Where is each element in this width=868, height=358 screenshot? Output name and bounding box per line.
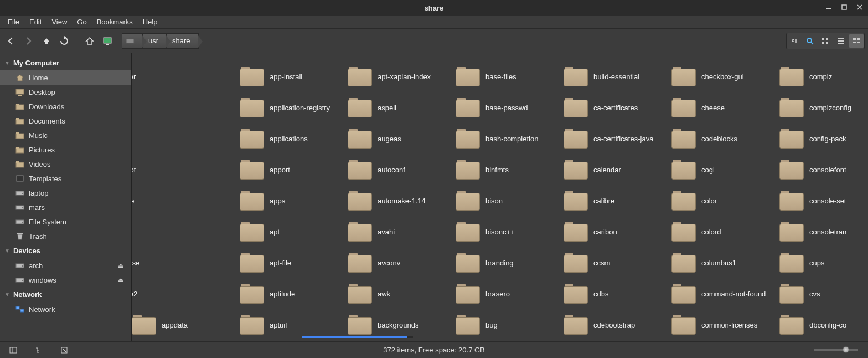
- folder-item[interactable]: binfmts: [456, 154, 564, 185]
- folder-item[interactable]: -base: [132, 247, 200, 278]
- folder-item[interactable]: caribou: [564, 216, 671, 247]
- sidebar-item-documents[interactable]: Documents: [0, 114, 131, 128]
- folder-item[interactable]: m: [132, 92, 200, 123]
- folder-item[interactable]: apt: [240, 216, 348, 247]
- menu-file[interactable]: File: [3, 17, 24, 27]
- search-button[interactable]: [803, 34, 817, 48]
- reload-button[interactable]: [56, 33, 72, 49]
- eject-icon[interactable]: ⏏: [118, 277, 123, 284]
- sidebar-item-arch[interactable]: arch⏏: [0, 258, 131, 273]
- folder-item[interactable]: compizconfig: [779, 92, 868, 123]
- folder-item[interactable]: base-files: [456, 61, 564, 92]
- folder-item[interactable]: avconv: [348, 247, 456, 278]
- menu-view[interactable]: View: [47, 17, 71, 27]
- breadcrumb-root[interactable]: [122, 33, 143, 49]
- folder-item[interactable]: awk: [348, 278, 456, 309]
- sidebar-item-downloads[interactable]: Downloads: [0, 99, 131, 114]
- breadcrumb-share[interactable]: share: [166, 33, 199, 49]
- back-button[interactable]: [3, 33, 19, 49]
- folder-item[interactable]: applications: [240, 123, 348, 154]
- sidebar-item-home[interactable]: Home: [0, 70, 131, 85]
- folder-item[interactable]: ca-certificates-java: [564, 123, 671, 154]
- folder-item[interactable]: cogl: [671, 154, 779, 185]
- list-view-button[interactable]: [834, 34, 848, 48]
- folder-item[interactable]: app-install: [240, 61, 348, 92]
- folder-item[interactable]: calibre: [564, 185, 671, 216]
- folder-item[interactable]: consoletran: [779, 216, 868, 247]
- folder-item[interactable]: console-set: [779, 185, 868, 216]
- sidebar-item-pictures[interactable]: Pictures: [0, 142, 131, 157]
- zoom-slider[interactable]: [814, 349, 858, 351]
- sidebar-item-windows[interactable]: windows⏏: [0, 273, 131, 287]
- folder-item[interactable]: cvs: [779, 278, 868, 309]
- folder-item[interactable]: config-pack: [779, 123, 868, 154]
- folder-item[interactable]: autoconf: [348, 154, 456, 185]
- folder-item[interactable]: aptitude: [240, 278, 348, 309]
- folder-item[interactable]: colord: [671, 216, 779, 247]
- folder-item[interactable]: automake-1.14: [348, 185, 456, 216]
- folder-item[interactable]: branding: [456, 247, 564, 278]
- folder-item[interactable]: columbus1: [671, 247, 779, 278]
- forward-button[interactable]: [21, 33, 37, 49]
- horizontal-scrollbar[interactable]: [302, 336, 413, 338]
- sidebar-item-templates[interactable]: Templates: [0, 171, 131, 186]
- menu-go[interactable]: Go: [73, 17, 91, 27]
- folder-item[interactable]: dbconfig-co: [779, 309, 868, 340]
- home-button[interactable]: [82, 33, 97, 49]
- compact-view-button[interactable]: [849, 34, 864, 48]
- folder-item[interactable]: ccsm: [564, 247, 671, 278]
- folder-item[interactable]: avahi: [348, 216, 456, 247]
- menu-bookmarks[interactable]: Bookmarks: [92, 17, 137, 27]
- folder-item[interactable]: base-passwd: [456, 92, 564, 123]
- folder-item[interactable]: apt-file: [240, 247, 348, 278]
- minimize-button[interactable]: [824, 2, 834, 12]
- folder-item[interactable]: apt-xapian-index: [348, 61, 456, 92]
- sidebar-item-music[interactable]: Music: [0, 128, 131, 142]
- maximize-button[interactable]: [839, 2, 849, 12]
- menu-help[interactable]: Help: [138, 17, 162, 27]
- folder-item[interactable]: checkbox-gui: [671, 61, 779, 92]
- computer-button[interactable]: [100, 33, 115, 49]
- folder-item[interactable]: brasero: [456, 278, 564, 309]
- folder-item[interactable]: codeblocks: [671, 123, 779, 154]
- toggle-location-button[interactable]: [787, 34, 802, 48]
- folder-item[interactable]: cups: [779, 247, 868, 278]
- folder-item[interactable]: application-registry: [240, 92, 348, 123]
- tree-toggle-button[interactable]: [31, 342, 46, 358]
- menu-edit[interactable]: Edit: [25, 17, 46, 27]
- folder-item[interactable]: user: [132, 61, 200, 92]
- folder-item[interactable]: ca-certificates: [564, 92, 671, 123]
- folder-item[interactable]: command-not-found: [671, 278, 779, 309]
- folder-item[interactable]: common-licenses: [671, 309, 779, 340]
- folder-item[interactable]: compiz: [779, 61, 868, 92]
- folder-item[interactable]: apport: [240, 154, 348, 185]
- folder-item[interactable]: che2: [132, 278, 200, 309]
- folder-item[interactable]: augeas: [348, 123, 456, 154]
- folder-item[interactable]: bison: [456, 185, 564, 216]
- eject-icon[interactable]: ⏏: [118, 262, 123, 269]
- places-toggle-button[interactable]: [6, 342, 21, 358]
- folder-item[interactable]: eriot: [132, 154, 200, 185]
- folder-item[interactable]: bisonc++: [456, 216, 564, 247]
- up-button[interactable]: [39, 33, 54, 49]
- folder-item[interactable]: [132, 216, 200, 247]
- folder-item[interactable]: aspell: [348, 92, 456, 123]
- sidebar-item-videos[interactable]: Videos: [0, 157, 131, 171]
- folder-item[interactable]: apps: [240, 185, 348, 216]
- folder-item[interactable]: arte: [132, 185, 200, 216]
- folder-item[interactable]: n: [132, 123, 200, 154]
- sidebar-item-mars[interactable]: mars: [0, 200, 131, 214]
- icon-view-button[interactable]: [818, 34, 833, 48]
- close-button[interactable]: [855, 2, 865, 12]
- close-sidebar-button[interactable]: [56, 342, 72, 358]
- sidebar-header-my-computer[interactable]: ▼My Computer: [0, 55, 131, 70]
- sidebar-item-desktop[interactable]: Desktop: [0, 85, 131, 99]
- sidebar-header-devices[interactable]: ▼Devices: [0, 243, 131, 258]
- folder-item[interactable]: color: [671, 185, 779, 216]
- sidebar-header-network[interactable]: ▼Network: [0, 287, 131, 302]
- folder-item[interactable]: cdbs: [564, 278, 671, 309]
- sidebar-item-trash[interactable]: Trash: [0, 229, 131, 243]
- folder-item[interactable]: calendar: [564, 154, 671, 185]
- folder-view[interactable]: usermneriotarte-baseche2appdataapp-insta…: [132, 53, 868, 341]
- folder-item[interactable]: bug: [456, 309, 564, 340]
